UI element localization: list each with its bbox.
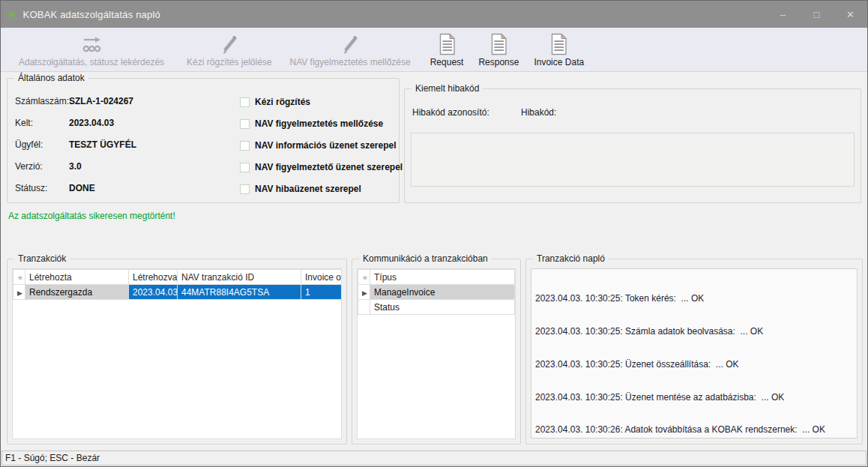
row-marker-icon: ▶	[362, 289, 367, 297]
groupbox-title: Kommunikáció a tranzakcióban	[359, 253, 492, 264]
cell-invoice-op[interactable]: 1	[301, 285, 343, 300]
asterisk-icon: ✳	[362, 274, 368, 282]
toolbar: Adatszolgáltatás, státusz lekérdezés Kéz…	[1, 28, 867, 72]
transactions-groupbox: Tranzakciók ✳ Létrehozta Létrehozva NAV …	[7, 259, 347, 445]
field-label-szamlaszam: Számlaszám:	[15, 96, 69, 106]
asterisk-icon: ✳	[17, 274, 23, 282]
checkbox-label: NAV figyelmeztető üzenet szerepel	[255, 162, 403, 172]
checkbox-kezi-rogzites[interactable]: Kézi rögzítés	[240, 97, 310, 107]
field-label-kelt: Kelt:	[15, 118, 69, 128]
row-marker-icon: ▶	[17, 289, 22, 297]
table-row[interactable]: ▶ Rendszergazda 2023.04.03 44MATR88I4AG5…	[13, 285, 343, 300]
column-header-tipus[interactable]: Típus	[370, 270, 515, 285]
column-header-letrehozva[interactable]: Létrehozva	[129, 270, 178, 285]
toolbar-button-response[interactable]: Response	[472, 31, 525, 69]
groupbox-title: Általános adatok	[14, 73, 88, 83]
status-bar-text: F1 - Súgó; ESC - Bezár	[5, 453, 100, 463]
toolbar-button-label: Adatszolgáltatás, státusz lekérdezés	[19, 57, 164, 67]
row-indicator-cell	[358, 300, 370, 315]
toolbar-button-status-query[interactable]: Adatszolgáltatás, státusz lekérdezés	[13, 31, 170, 69]
toolbar-button-label: Request	[430, 57, 464, 67]
pencil-icon	[339, 33, 361, 55]
communication-table: ✳ Típus ▶ ManageInvoice Status	[358, 269, 515, 315]
toolbar-button-invoice-data[interactable]: Invoice Data	[528, 31, 590, 69]
groupbox-title: Tranzakció napló	[533, 253, 609, 264]
checkbox-box[interactable]	[240, 119, 250, 129]
field-label-verzio: Verzió:	[15, 161, 69, 172]
log-line: 2023.04.03. 10:30:25: Üzenet mentése az …	[535, 392, 853, 403]
minimize-icon: –	[780, 9, 786, 20]
checkbox-box[interactable]	[240, 163, 250, 172]
column-header-invoice-op[interactable]: Invoice op	[301, 270, 343, 285]
transactions-grid: ✳ Létrehozta Létrehozva NAV tranzakció I…	[12, 268, 342, 439]
error-id-label: Hibakód azonosító:	[412, 107, 521, 118]
table-row[interactable]: Status	[358, 300, 515, 315]
groupbox-title: Kiemelt hibakód	[412, 83, 483, 94]
checkbox-label: NAV információs üzenet szerepel	[255, 140, 397, 151]
table-row[interactable]: ▶ ManageInvoice	[358, 285, 515, 300]
checkbox-nav-hibauzenet[interactable]: NAV hibaüzenet szerepel	[240, 184, 361, 194]
log-line: 2023.04.03. 10:30:26: Adatok továbbítása…	[535, 424, 853, 436]
checkbox-box[interactable]	[240, 141, 250, 151]
log-line: 2023.04.03. 10:30:25: Számla adatok beol…	[535, 326, 853, 337]
pencil-icon	[218, 33, 241, 55]
row-indicator-cell: ▶	[358, 285, 370, 300]
general-data-groupbox: Általános adatok Számlaszám:SZLA-1-02426…	[7, 78, 400, 203]
app-window: ✳ KOBAK adatszolgáltatás napló – □ ✕ Ada…	[0, 0, 868, 467]
checkbox-label: Kézi rögzítés	[255, 97, 310, 107]
window-title: KOBAK adatszolgáltatás napló	[23, 9, 160, 20]
error-memo[interactable]	[411, 133, 855, 187]
row-indicator-cell: ▶	[13, 285, 25, 300]
groupbox-title: Tranzakciók	[14, 253, 70, 264]
error-code-label: Hibakód:	[521, 107, 556, 118]
communication-groupbox: Kommunikáció a tranzakcióban ✳ Típus ▶ M…	[352, 259, 521, 445]
transactions-table: ✳ Létrehozta Létrehozva NAV tranzakció I…	[13, 269, 342, 300]
toolbar-button-label: Kézi rögzítés jelölése	[187, 57, 271, 67]
checkbox-label: NAV figyelmeztetés mellőzése	[255, 118, 383, 129]
transaction-log-memo[interactable]: 2023.04.03. 10:30:25: Token kérés: ... O…	[531, 268, 858, 439]
cell-tipus[interactable]: Status	[370, 300, 515, 315]
document-icon	[438, 33, 456, 55]
toolbar-button-label: Response	[478, 57, 519, 67]
checkbox-nav-figyelmeztetes-mellozese[interactable]: NAV figyelmeztetés mellőzése	[240, 118, 383, 129]
cell-letrehozta[interactable]: Rendszergazda	[25, 285, 129, 300]
maximize-button[interactable]: □	[800, 1, 834, 28]
document-icon	[490, 33, 507, 55]
highlighted-error-groupbox: Kiemelt hibakód Hibakód azonosító: Hibak…	[404, 88, 861, 203]
minimize-button[interactable]: –	[766, 1, 800, 28]
status-bar: F1 - Súgó; ESC - Bezár	[1, 451, 867, 466]
title-bar: ✳ KOBAK adatszolgáltatás napló – □ ✕	[1, 1, 867, 28]
table-header-row: ✳ Típus	[358, 270, 515, 285]
field-value-szamlaszam: SZLA-1-024267	[69, 96, 133, 106]
field-value-statusz: DONE	[69, 183, 95, 193]
transaction-log-groupbox: Tranzakció napló 2023.04.03. 10:30:25: T…	[525, 259, 863, 445]
toolbar-button-label: Invoice Data	[534, 57, 584, 67]
toolbar-button-ignore-warning[interactable]: NAV figyelmeztetés mellőzése	[284, 31, 417, 69]
cell-letrehozva[interactable]: 2023.04.03	[129, 285, 178, 300]
log-line: 2023.04.03. 10:30:25: Token kérés: ... O…	[535, 293, 853, 304]
toolbar-button-label: NAV figyelmeztetés mellőzése	[290, 57, 411, 67]
checkbox-nav-informacios-uzenet[interactable]: NAV információs üzenet szerepel	[240, 140, 397, 151]
field-value-verzio: 3.0	[69, 161, 82, 172]
cell-tipus[interactable]: ManageInvoice	[370, 285, 515, 300]
column-header-letrehozta[interactable]: Létrehozta	[25, 270, 129, 285]
success-message: Az adatszolgáltatás sikeresen megtörtént…	[8, 211, 175, 221]
grid-corner-cell[interactable]: ✳	[13, 270, 25, 285]
document-icon	[550, 33, 567, 55]
window-controls: – □ ✕	[766, 1, 867, 28]
checkbox-label: NAV hibaüzenet szerepel	[255, 184, 361, 194]
grid-corner-cell[interactable]: ✳	[358, 270, 370, 285]
field-label-statusz: Státusz:	[15, 183, 69, 193]
checkbox-box[interactable]	[240, 184, 250, 194]
app-logo-icon: ✳	[7, 9, 17, 20]
column-header-nav-tranzakcio-id[interactable]: NAV tranzakció ID	[178, 270, 301, 285]
close-button[interactable]: ✕	[834, 1, 867, 28]
maximize-icon: □	[814, 9, 820, 20]
field-value-kelt: 2023.04.03	[69, 118, 114, 128]
close-icon: ✕	[846, 9, 855, 20]
toolbar-button-manual-entry[interactable]: Kézi rögzítés jelölése	[181, 31, 277, 69]
cell-nav-tranzakcio-id[interactable]: 44MATR88I4AG5TSA	[178, 285, 301, 300]
toolbar-button-request[interactable]: Request	[424, 31, 470, 69]
checkbox-nav-figyelmezteto-uzenet[interactable]: NAV figyelmeztető üzenet szerepel	[240, 162, 403, 172]
checkbox-box[interactable]	[240, 97, 250, 107]
